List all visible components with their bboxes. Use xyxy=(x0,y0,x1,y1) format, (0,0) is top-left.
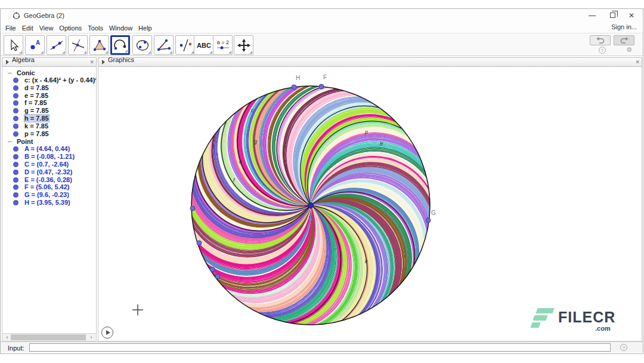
visibility-bullet-icon[interactable] xyxy=(13,154,18,159)
algebra-item[interactable]: k = 7.85 xyxy=(2,122,96,130)
visibility-bullet-icon[interactable] xyxy=(13,85,18,91)
visibility-bullet-icon[interactable] xyxy=(13,93,18,99)
algebra-item[interactable]: B = (-0.08, -1.21) xyxy=(2,153,96,161)
svg-text:g: g xyxy=(254,139,257,144)
point-H[interactable] xyxy=(292,85,296,90)
input-field[interactable] xyxy=(29,343,611,352)
help-icon[interactable]: ? xyxy=(599,47,606,54)
graphics-close-icon[interactable]: ✕ xyxy=(635,59,640,65)
algebra-close-icon[interactable]: ✕ xyxy=(89,59,94,65)
svg-text:H: H xyxy=(296,75,300,81)
graphics-panel-header[interactable]: Graphics ✕ xyxy=(98,57,642,67)
algebra-item[interactable]: G = (9.6, -0.23) xyxy=(2,191,96,199)
visibility-bullet-icon[interactable] xyxy=(13,116,18,121)
point-center[interactable] xyxy=(308,203,314,208)
toolbar: A ABC a = 2 xyxy=(1,33,643,56)
play-animation-button[interactable] xyxy=(101,327,113,339)
collapse-icon[interactable] xyxy=(8,73,12,73)
algebra-horizontal-scrollbar[interactable]: ‹ › xyxy=(2,333,97,342)
scrollbar-thumb[interactable] xyxy=(11,334,86,340)
input-help-icon[interactable]: ? xyxy=(620,344,627,351)
restore-button[interactable] xyxy=(605,10,620,21)
visibility-bullet-icon[interactable] xyxy=(13,184,18,190)
collapse-icon[interactable] xyxy=(8,141,12,142)
algebra-item[interactable]: H = (3.95, 5.39) xyxy=(2,199,96,207)
point-F[interactable] xyxy=(319,84,324,89)
algebra-item[interactable]: D = (0.47, -2.32) xyxy=(2,168,96,176)
tool-line-button[interactable] xyxy=(47,35,66,55)
close-button[interactable]: ✕ xyxy=(624,10,639,21)
tool-move-button[interactable] xyxy=(4,35,23,55)
visibility-bullet-icon[interactable] xyxy=(13,146,18,152)
minimize-button[interactable]: — xyxy=(584,10,600,21)
algebra-group-point[interactable]: Point xyxy=(2,137,96,145)
circular-arc-icon xyxy=(113,38,128,53)
point-edge[interactable] xyxy=(210,267,215,272)
visibility-bullet-icon[interactable] xyxy=(13,131,18,137)
algebra-item[interactable]: C = (0.7, -2.64) xyxy=(2,161,96,168)
point-edge[interactable] xyxy=(215,274,220,279)
algebra-item[interactable]: g = 7.85 xyxy=(2,107,96,115)
algebra-item[interactable]: e = 7.85 xyxy=(2,92,96,100)
swirl-figure[interactable]: cgefphkHFG xyxy=(98,67,642,342)
settings-gear-icon[interactable]: ⚙ xyxy=(626,46,632,54)
menu-item-help[interactable]: Help xyxy=(135,23,155,33)
input-bar: Input: ? xyxy=(1,342,643,353)
algebra-item[interactable]: h = 7.85 xyxy=(2,115,96,122)
tool-polygon-button[interactable] xyxy=(89,35,109,55)
algebra-item[interactable]: A = (4.64, 0.44) xyxy=(2,145,96,153)
menu-item-tools[interactable]: Tools xyxy=(85,23,106,33)
visibility-bullet-icon[interactable] xyxy=(13,192,18,198)
algebra-group-conic[interactable]: Conic xyxy=(2,69,96,76)
tool-text-button[interactable]: ABC xyxy=(194,35,213,55)
menu-item-edit[interactable]: Edit xyxy=(19,23,36,33)
point-edge[interactable] xyxy=(197,241,202,245)
move-view-icon xyxy=(236,38,252,53)
visibility-bullet-icon[interactable] xyxy=(13,108,18,113)
scroll-right-arrow[interactable]: › xyxy=(88,334,95,341)
graphics-view[interactable]: cgefphkHFG xyxy=(98,67,642,342)
visibility-bullet-icon[interactable] xyxy=(13,200,18,205)
point-icon: A xyxy=(27,38,43,53)
algebra-item[interactable]: c: (x - 4.64)² + (y - 0.44)² = 25 xyxy=(2,76,96,84)
point-G[interactable] xyxy=(426,218,431,223)
algebra-item[interactable]: d = 7.85 xyxy=(2,84,96,92)
undo-button[interactable] xyxy=(590,35,611,45)
scroll-left-arrow[interactable]: ‹ xyxy=(4,334,11,341)
tool-point-button[interactable]: A xyxy=(25,35,45,55)
tool-perpendicular-line-button[interactable] xyxy=(68,35,88,55)
tool-reflect-button[interactable] xyxy=(175,35,195,55)
algebra-panel-header[interactable]: Algebra ✕ xyxy=(2,57,97,67)
menu-item-window[interactable]: Window xyxy=(106,23,135,33)
algebra-item[interactable]: f = 7.85 xyxy=(2,99,96,107)
menu-item-options[interactable]: Options xyxy=(56,23,85,33)
filecr-watermark: FILECR .com xyxy=(524,307,619,337)
tool-move-graphics-view-button[interactable] xyxy=(234,35,253,55)
restore-icon xyxy=(610,13,615,18)
undo-icon xyxy=(596,36,605,44)
svg-text:p: p xyxy=(364,129,368,135)
text-abc-icon: ABC xyxy=(195,38,213,53)
menu-item-file[interactable]: File xyxy=(2,23,19,33)
visibility-bullet-icon[interactable] xyxy=(13,177,18,183)
tool-ellipse-button[interactable] xyxy=(132,35,152,55)
panel-arrow-icon xyxy=(6,60,9,64)
visibility-bullet-icon[interactable] xyxy=(13,162,18,167)
algebra-item[interactable]: F = (5.06, 5.42) xyxy=(2,183,96,191)
redo-button[interactable] xyxy=(614,35,634,45)
algebra-panel: Conicc: (x - 4.64)² + (y - 0.44)² = 25d … xyxy=(2,67,97,342)
algebra-item[interactable]: E = (-0.36, 0.28) xyxy=(2,176,96,184)
sign-in-link[interactable]: Sign in... xyxy=(611,23,637,30)
visibility-bullet-icon[interactable] xyxy=(13,100,18,106)
visibility-bullet-icon[interactable] xyxy=(13,170,18,175)
polygon-icon xyxy=(92,38,107,53)
tool-angle-button[interactable] xyxy=(154,35,174,55)
algebra-item[interactable]: p = 7.85 xyxy=(2,130,96,138)
visibility-bullet-icon[interactable] xyxy=(13,124,18,129)
filecr-tld: .com xyxy=(595,325,611,332)
menu-item-view[interactable]: View xyxy=(36,23,57,33)
tool-circular-arc-button[interactable] xyxy=(110,35,130,55)
visibility-bullet-icon[interactable] xyxy=(13,78,18,83)
tool-slider-button[interactable]: a = 2 xyxy=(213,35,233,55)
point-edge[interactable] xyxy=(190,206,195,211)
